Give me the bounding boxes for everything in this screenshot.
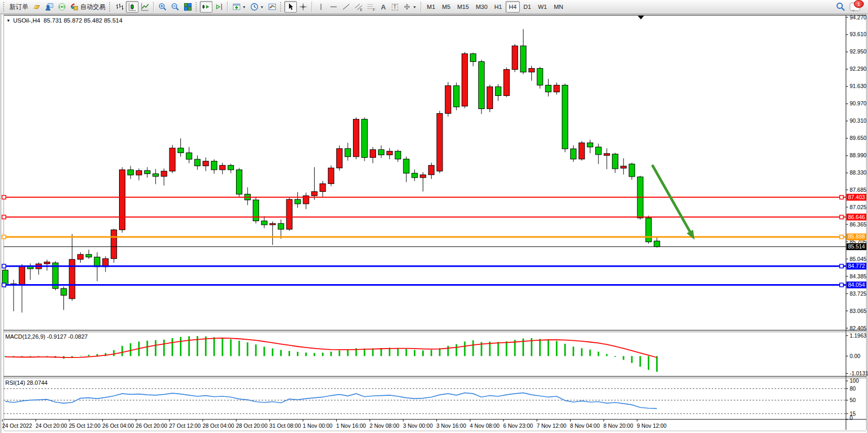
candle-body [3, 270, 8, 285]
candle-body [270, 223, 275, 224]
templates-button[interactable] [266, 1, 278, 13]
text-tool-label: A [381, 3, 385, 11]
toolbar-grip[interactable] [196, 2, 198, 12]
price-tick-label: 88.990 [850, 152, 866, 158]
line-handle[interactable] [840, 235, 843, 239]
line-handle[interactable] [2, 264, 6, 268]
timeframe-button-M15[interactable]: M15 [454, 1, 472, 13]
cursor-arrow-icon [286, 3, 295, 11]
periods-button[interactable]: ▼ [248, 1, 266, 13]
zoom-out-button[interactable] [169, 1, 181, 13]
level-price-label: 84.772 [848, 263, 865, 269]
autotrade-button[interactable]: 自动交易 [68, 1, 108, 13]
chat-bubble-icon: 1 [850, 3, 860, 11]
timeframe-button-W1[interactable]: W1 [535, 1, 550, 13]
line-handle[interactable] [840, 215, 843, 219]
candle-body [437, 113, 443, 171]
bid-price-label: 85.514 [848, 243, 865, 250]
timeframe-button-MN[interactable]: MN [551, 1, 566, 13]
fibonacci-tool-button[interactable]: F [365, 1, 378, 13]
candle-body [61, 288, 67, 295]
line-chart-button[interactable] [138, 1, 151, 13]
new-order-button[interactable]: 新订单 [7, 1, 30, 13]
tile-windows-icon [184, 3, 192, 11]
auto-scroll-button[interactable] [200, 1, 212, 13]
vertical-line-tool-button[interactable] [315, 1, 327, 13]
indicators-button[interactable]: ▼ [230, 1, 248, 13]
candle-body [178, 148, 184, 153]
trendline-icon [342, 3, 350, 11]
clock-icon [250, 3, 259, 11]
timeframe-button-H4[interactable]: H4 [506, 1, 520, 13]
line-handle[interactable] [2, 235, 6, 239]
channel-tool-button[interactable]: E [352, 1, 365, 13]
rsi-axis-label: 80 [850, 385, 856, 392]
line-handle[interactable] [840, 196, 843, 199]
price-tick-label: 91.630 [850, 83, 866, 89]
timeframe-button-D1[interactable]: D1 [520, 1, 534, 13]
chart-shift-marker[interactable] [638, 16, 644, 19]
candle-body [19, 266, 25, 285]
line-handle[interactable] [840, 283, 843, 287]
toolbar-grip[interactable] [109, 2, 112, 12]
arrows-tool-button[interactable]: ▼ [401, 1, 419, 13]
time-tick-label: 31 Oct 08:00 [270, 423, 301, 429]
candle-body [86, 254, 92, 257]
candle-body [403, 159, 409, 173]
cursor-button[interactable] [284, 1, 297, 13]
rsi-axis-label: 0 [850, 415, 853, 421]
time-tick-label: 3 Nov 00:00 [403, 423, 433, 429]
toolbar-grip[interactable] [3, 2, 6, 12]
timeframe-button-M30[interactable]: M30 [473, 1, 490, 13]
text-tool-button[interactable]: A [378, 1, 389, 13]
timeframe-button-M5[interactable]: M5 [439, 1, 454, 13]
line-handle[interactable] [2, 283, 6, 287]
price-tick-label: 87.025 [850, 204, 866, 210]
text-label-tool-button[interactable]: T [389, 1, 401, 13]
candle-body [537, 68, 543, 85]
crosshair-button[interactable] [297, 1, 309, 13]
line-handle[interactable] [2, 196, 6, 199]
timeframe-button-M1[interactable]: M1 [424, 1, 438, 13]
line-handle[interactable] [2, 215, 6, 219]
candle-body [153, 174, 158, 176]
candle-body [495, 86, 501, 95]
time-tick-label: 4 Nov 08:00 [470, 423, 500, 429]
candle-body [127, 170, 133, 175]
timeframe-button-H1[interactable]: H1 [491, 1, 506, 13]
market-button[interactable] [30, 1, 43, 13]
price-chart[interactable]: 94.27093.61092.95092.29091.63090.97090.3… [0, 0, 868, 433]
candle-body [554, 85, 560, 92]
candle-body [186, 153, 192, 159]
macd-axis-label: -1.0131 [850, 370, 868, 376]
tile-windows-button[interactable] [181, 1, 194, 13]
chart-shift-button[interactable] [212, 1, 225, 13]
line-handle[interactable] [840, 264, 843, 268]
signals-button[interactable] [56, 1, 68, 13]
candlestick-chart-button[interactable] [126, 1, 138, 13]
price-tick-label: 85.045 [850, 256, 866, 262]
zoom-in-button[interactable] [156, 1, 169, 13]
candle-body [286, 199, 292, 229]
candle-body [470, 53, 476, 61]
trend-arrow-line[interactable] [653, 166, 692, 234]
candle-body [646, 218, 651, 242]
toolbar-grip[interactable] [280, 2, 283, 12]
level-price-label: 86.646 [848, 214, 865, 220]
candle-body [428, 165, 434, 175]
community-button[interactable] [43, 1, 56, 13]
candle-body [211, 161, 217, 169]
trendline-tool-button[interactable] [340, 1, 352, 13]
notifications-button[interactable]: 1 [848, 1, 862, 13]
bar-chart-icon [115, 3, 124, 11]
search-button[interactable] [834, 1, 848, 13]
trend-arrow-head[interactable] [687, 230, 694, 240]
horizontal-line-tool-button[interactable] [327, 1, 340, 13]
time-tick-label: 26 Oct 20:00 [136, 423, 167, 429]
fibonacci-icon: F [367, 3, 376, 11]
one-click-expander-icon[interactable]: ▼ [6, 18, 10, 23]
bar-chart-button[interactable] [113, 1, 126, 13]
mt4-terminal: { "toolbar": { "new_order": "新订单", "auto… [0, 0, 868, 433]
macd-name: MACD(12,26,9) [5, 333, 45, 340]
candle-body [545, 85, 551, 92]
